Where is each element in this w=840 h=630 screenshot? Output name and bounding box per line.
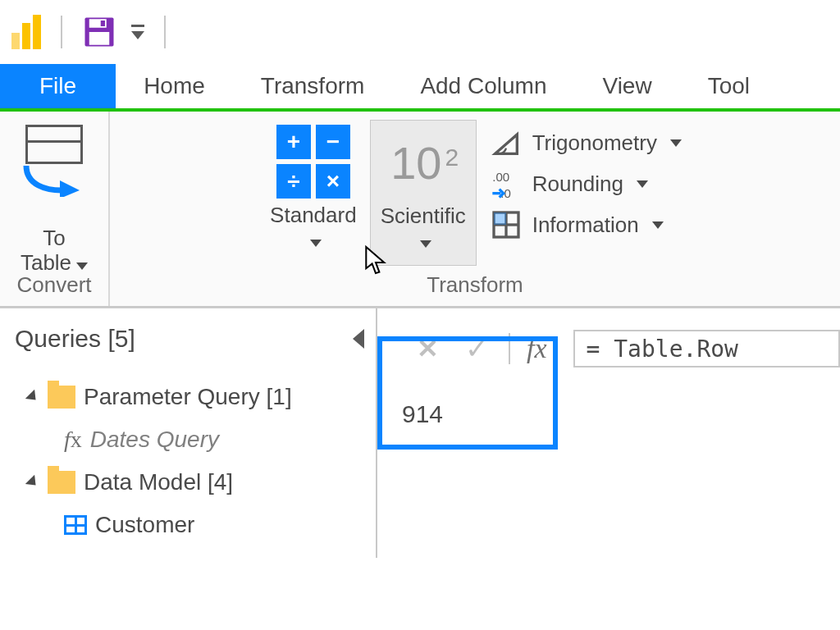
formula-text: = Table.Row <box>587 336 738 363</box>
expand-icon <box>25 390 40 404</box>
tab-file[interactable]: File <box>0 64 116 108</box>
tree-label: Customer <box>95 512 194 538</box>
tree-label: Data Model [4] <box>84 469 233 495</box>
to-table-icon <box>17 125 91 197</box>
formula-input[interactable]: = Table.Row <box>573 330 840 368</box>
tab-tools[interactable]: Tool <box>680 64 778 108</box>
calculator-icon: +− ÷× <box>276 125 350 199</box>
tree-item-dates-query[interactable]: fx Dates Query <box>8 418 368 461</box>
tab-add-column[interactable]: Add Column <box>392 64 574 108</box>
triangle-icon <box>488 125 524 161</box>
chevron-down-icon <box>637 180 648 188</box>
queries-pane: Queries [5] Parameter Query [1] fx Dates… <box>0 308 377 558</box>
scientific-icon: 102 <box>390 136 455 189</box>
table-icon <box>64 515 87 535</box>
rounding-button[interactable]: .00 .0 Rounding <box>488 166 682 202</box>
queries-header[interactable]: Queries [5] <box>8 320 368 376</box>
collapse-pane-icon[interactable] <box>353 329 364 349</box>
qat-separator <box>164 16 166 48</box>
svg-rect-9 <box>494 212 506 225</box>
ribbon: To Table Convert +− ÷× Standard <box>0 112 840 308</box>
tree-label: Dates Query <box>90 427 219 453</box>
tree-item-customer[interactable]: Customer <box>8 504 368 546</box>
chevron-down-icon <box>310 240 322 247</box>
ribbon-group-transform: +− ÷× Standard 102 Scientific <box>110 112 840 306</box>
information-button[interactable]: Information <box>488 207 682 243</box>
tab-view[interactable]: View <box>574 64 679 108</box>
ribbon-group-convert: To Table Convert <box>0 112 110 306</box>
standard-button[interactable]: +− ÷× Standard <box>260 120 367 266</box>
information-label: Information <box>532 212 639 238</box>
folder-icon <box>48 386 75 409</box>
to-table-button[interactable]: To Table <box>5 120 103 266</box>
info-grid-icon <box>488 207 524 243</box>
rounding-label: Rounding <box>532 171 623 197</box>
ribbon-tabs: File Home Transform Add Column View Tool <box>0 64 840 112</box>
tree-label: Parameter Query [1] <box>84 384 292 410</box>
save-button[interactable] <box>82 15 116 49</box>
trigonometry-button[interactable]: Trigonometry <box>488 125 682 161</box>
tab-transform[interactable]: Transform <box>233 64 393 108</box>
svg-rect-3 <box>101 21 105 26</box>
chevron-down-icon <box>670 139 682 147</box>
mouse-cursor-icon <box>363 244 388 276</box>
queries-title: Queries [5] <box>15 325 135 353</box>
group-label-convert: Convert <box>16 266 91 303</box>
annotation-highlight <box>377 336 558 450</box>
title-bar <box>0 0 840 64</box>
result-pane: ✕ ✓ fx = Table.Row 914 <box>377 308 840 558</box>
svg-rect-2 <box>89 32 110 45</box>
standard-label: Standard <box>270 203 357 227</box>
chevron-down-icon <box>420 240 431 248</box>
chevron-down-icon <box>652 221 664 229</box>
svg-text:.00: .00 <box>492 170 509 184</box>
qat-customize-icon[interactable] <box>131 31 144 39</box>
rounding-icon: .00 .0 <box>488 166 524 202</box>
expand-icon <box>25 475 40 490</box>
tree-group-data-model[interactable]: Data Model [4] <box>8 461 368 504</box>
tree-group-parameter-query[interactable]: Parameter Query [1] <box>8 376 368 418</box>
scientific-label: Scientific <box>381 203 466 228</box>
trigonometry-label: Trigonometry <box>532 130 657 156</box>
group-label-transform: Transform <box>427 266 523 303</box>
fx-icon: fx <box>64 427 82 453</box>
tab-home[interactable]: Home <box>116 64 233 108</box>
content-area: Queries [5] Parameter Query [1] fx Dates… <box>0 308 840 558</box>
qat-separator <box>61 16 62 48</box>
app-icon <box>11 15 41 49</box>
folder-icon <box>48 471 75 494</box>
